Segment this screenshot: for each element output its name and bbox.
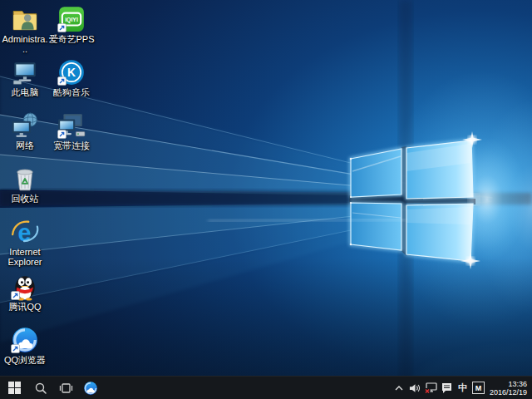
search-icon	[34, 382, 47, 395]
task-view-button[interactable]	[53, 377, 78, 399]
user-folder-icon	[11, 5, 39, 33]
icon-label: QQ浏览器	[2, 355, 48, 365]
internet-explorer-icon: e	[11, 218, 39, 246]
shortcut-arrow-icon	[57, 76, 66, 86]
desktop-icon-qq-browser[interactable]: QQ浏览器	[2, 326, 48, 365]
taskbar: 中 M 13:36 2016/12/19	[0, 376, 532, 399]
desktop-icon-tencent-qq[interactable]: 腾讯QQ	[2, 273, 48, 312]
network-disconnected-icon	[424, 382, 437, 394]
icon-label: 酷狗音乐	[48, 87, 95, 97]
desktop-icon-iqiyi-pps[interactable]: iQIYI 爱奇艺PPS	[48, 5, 95, 44]
clock-time: 13:36	[490, 380, 527, 388]
tray-ime-badge[interactable]: M	[470, 377, 486, 399]
taskbar-qq-browser-button[interactable]	[78, 377, 103, 399]
recycle-bin-icon	[11, 165, 39, 193]
icon-label: 宽带连接	[48, 140, 95, 150]
volume-icon	[409, 382, 421, 394]
iqiyi-logo-text: iQIYI	[65, 17, 78, 23]
tray-show-hidden-icons-button[interactable]	[392, 377, 407, 399]
shortcut-arrow-icon	[57, 23, 66, 32]
start-icon	[8, 382, 21, 394]
icon-label: 回收站	[2, 194, 48, 204]
icon-label: 腾讯QQ	[2, 302, 48, 312]
task-view-icon	[59, 382, 73, 395]
network-icon	[11, 111, 39, 140]
search-button[interactable]	[28, 377, 53, 399]
icon-label: Administra...	[2, 34, 48, 54]
desktop-icon-internet-explorer[interactable]: e Internet Explorer	[2, 218, 48, 267]
action-center-icon	[441, 382, 453, 394]
ime-m-icon: M	[472, 382, 485, 394]
icon-label: 网络	[2, 140, 48, 150]
icon-label: Internet Explorer	[2, 247, 48, 267]
windows-desktop: Administra... 此电脑	[0, 0, 532, 399]
shortcut-arrow-icon	[11, 291, 20, 300]
desktop-icon-kugou-music[interactable]: K 酷狗音乐	[48, 58, 95, 97]
clock-date: 2016/12/19	[490, 388, 527, 397]
kugou-k-glyph: K	[67, 66, 76, 79]
desktop-icon-network[interactable]: 网络	[2, 111, 48, 150]
tray-network-button[interactable]	[423, 377, 439, 399]
desktop-icon-broadband[interactable]: 宽带连接	[48, 111, 95, 150]
desktop-icon-administrator[interactable]: Administra...	[2, 5, 48, 54]
this-pc-icon	[11, 58, 39, 86]
tray-action-center-button[interactable]	[439, 377, 455, 399]
tray-input-mode-indicator[interactable]: 中	[455, 377, 470, 399]
chevron-up-icon	[394, 383, 404, 393]
system-tray: 中 M 13:36 2016/12/19	[392, 377, 532, 399]
shortcut-arrow-icon	[57, 130, 66, 139]
qq-browser-icon	[83, 381, 98, 396]
desktop-icon-recycle-bin[interactable]: 回收站	[2, 165, 48, 204]
icon-label: 爱奇艺PPS	[48, 34, 95, 44]
taskbar-clock[interactable]: 13:36 2016/12/19	[486, 380, 532, 397]
desktop-icon-this-pc[interactable]: 此电脑	[2, 58, 48, 97]
start-button[interactable]	[0, 377, 28, 399]
shortcut-arrow-icon	[11, 344, 20, 353]
icon-label: 此电脑	[2, 87, 48, 97]
tray-volume-button[interactable]	[407, 377, 423, 399]
